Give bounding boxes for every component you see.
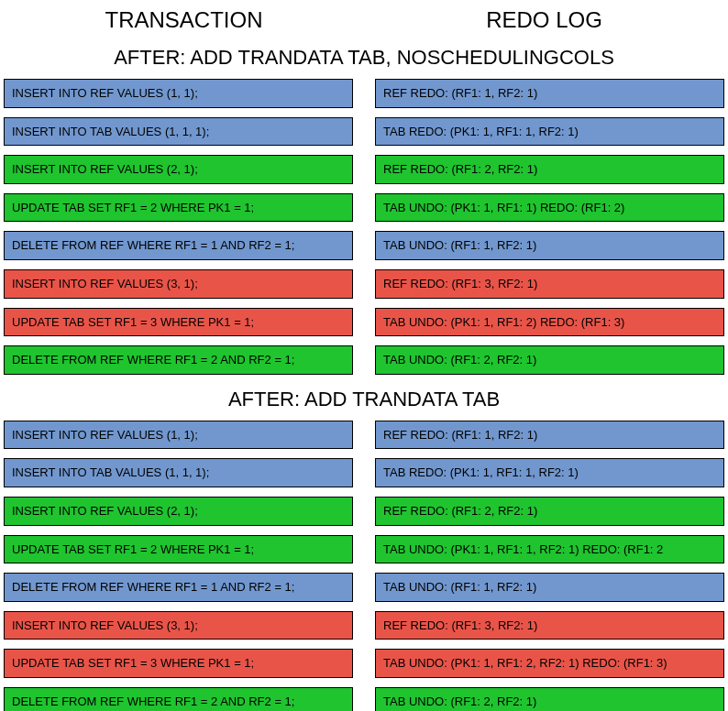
redolog-cell: TAB UNDO: (RF1: 2, RF2: 1) [375,345,724,375]
log-row: INSERT INTO REF VALUES (1, 1);REF REDO: … [4,79,724,108]
redolog-cell: TAB UNDO: (RF1: 1, RF2: 1) [375,231,724,260]
redolog-cell: TAB UNDO: (PK1: 1, RF1: 1) REDO: (RF1: 2… [375,193,724,223]
log-row: INSERT INTO TAB VALUES (1, 1, 1);TAB RED… [4,458,724,487]
transaction-cell: INSERT INTO REF VALUES (3, 1); [4,269,353,299]
transaction-cell: INSERT INTO REF VALUES (3, 1); [4,611,353,640]
transaction-cell: INSERT INTO TAB VALUES (1, 1, 1); [4,458,353,487]
redolog-cell: REF REDO: (RF1: 1, RF2: 1) [375,421,724,450]
log-row: UPDATE TAB SET RF1 = 2 WHERE PK1 = 1;TAB… [4,535,724,564]
log-row: UPDATE TAB SET RF1 = 3 WHERE PK1 = 1;TAB… [4,308,724,337]
redolog-cell: REF REDO: (RF1: 3, RF2: 1) [375,269,724,299]
redolog-cell: TAB REDO: (PK1: 1, RF1: 1, RF2: 1) [375,458,724,487]
redolog-cell: TAB UNDO: (PK1: 1, RF1: 2, RF2: 1) REDO:… [375,649,724,678]
redolog-cell: REF REDO: (RF1: 1, RF2: 1) [375,79,724,108]
transaction-cell: INSERT INTO REF VALUES (1, 1); [4,421,353,450]
log-row: DELETE FROM REF WHERE RF1 = 2 AND RF2 = … [4,687,724,711]
redolog-cell: REF REDO: (RF1: 3, RF2: 1) [375,611,724,640]
transaction-cell: DELETE FROM REF WHERE RF1 = 2 AND RF2 = … [4,345,353,375]
redolog-cell: TAB UNDO: (PK1: 1, RF1: 1, RF2: 1) REDO:… [375,535,724,564]
log-row: INSERT INTO REF VALUES (2, 1);REF REDO: … [4,155,724,184]
log-row: INSERT INTO REF VALUES (3, 1);REF REDO: … [4,611,724,640]
transaction-cell: DELETE FROM REF WHERE RF1 = 2 AND RF2 = … [4,687,353,711]
section-title: AFTER: ADD TRANDATA TAB, NOSCHEDULINGCOL… [4,46,724,70]
section-title: AFTER: ADD TRANDATA TAB [4,388,724,411]
header-redolog: REDO LOG [364,7,724,33]
redolog-cell: TAB REDO: (PK1: 1, RF1: 1, RF2: 1) [375,117,724,147]
log-row: DELETE FROM REF WHERE RF1 = 1 AND RF2 = … [4,231,724,260]
log-row: INSERT INTO REF VALUES (2, 1);REF REDO: … [4,497,724,526]
log-row: DELETE FROM REF WHERE RF1 = 2 AND RF2 = … [4,345,724,375]
column-headers: TRANSACTION REDO LOG [4,7,724,33]
log-row: INSERT INTO REF VALUES (1, 1);REF REDO: … [4,421,724,450]
transaction-cell: UPDATE TAB SET RF1 = 3 WHERE PK1 = 1; [4,649,353,678]
header-transaction: TRANSACTION [4,7,364,33]
redolog-cell: TAB UNDO: (RF1: 2, RF2: 1) [375,687,724,711]
transaction-cell: UPDATE TAB SET RF1 = 2 WHERE PK1 = 1; [4,193,353,223]
log-row: UPDATE TAB SET RF1 = 3 WHERE PK1 = 1;TAB… [4,649,724,678]
transaction-cell: INSERT INTO REF VALUES (2, 1); [4,497,353,526]
redolog-cell: REF REDO: (RF1: 2, RF2: 1) [375,155,724,184]
redolog-cell: REF REDO: (RF1: 2, RF2: 1) [375,497,724,526]
redolog-cell: TAB UNDO: (PK1: 1, RF1: 2) REDO: (RF1: 3… [375,308,724,337]
transaction-cell: INSERT INTO TAB VALUES (1, 1, 1); [4,117,353,147]
log-row: INSERT INTO REF VALUES (3, 1);REF REDO: … [4,269,724,299]
transaction-cell: UPDATE TAB SET RF1 = 2 WHERE PK1 = 1; [4,535,353,564]
transaction-cell: DELETE FROM REF WHERE RF1 = 1 AND RF2 = … [4,231,353,260]
redolog-cell: TAB UNDO: (RF1: 1, RF2: 1) [375,573,724,602]
log-row: INSERT INTO TAB VALUES (1, 1, 1);TAB RED… [4,117,724,147]
transaction-cell: INSERT INTO REF VALUES (1, 1); [4,79,353,108]
sections-container: AFTER: ADD TRANDATA TAB, NOSCHEDULINGCOL… [4,46,724,711]
transaction-cell: INSERT INTO REF VALUES (2, 1); [4,155,353,184]
transaction-cell: UPDATE TAB SET RF1 = 3 WHERE PK1 = 1; [4,308,353,337]
log-row: UPDATE TAB SET RF1 = 2 WHERE PK1 = 1;TAB… [4,193,724,223]
transaction-cell: DELETE FROM REF WHERE RF1 = 1 AND RF2 = … [4,573,353,602]
log-row: DELETE FROM REF WHERE RF1 = 1 AND RF2 = … [4,573,724,602]
